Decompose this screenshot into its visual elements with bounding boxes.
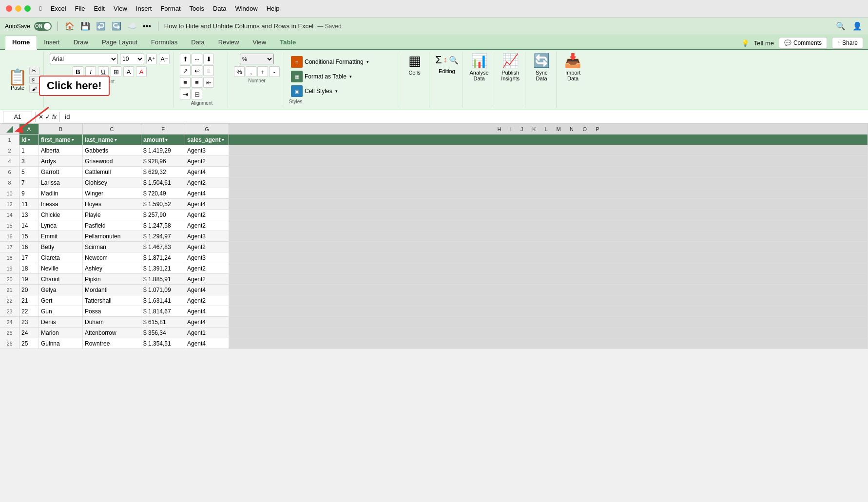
cell-f-24[interactable]: $ 615,81 — [141, 317, 185, 327]
cell-b-22[interactable]: Gert — [39, 295, 83, 306]
number-format-select[interactable]: % — [240, 54, 274, 64]
cell-g-15[interactable]: Agent2 — [185, 220, 229, 231]
cell-b-17[interactable]: Betty — [39, 242, 83, 252]
cell-g-10[interactable]: Agent4 — [185, 188, 229, 198]
cell-b-18[interactable]: Clareta — [39, 252, 83, 263]
cell-f-19[interactable]: $ 1.391,21 — [141, 263, 185, 273]
cell-b-2[interactable]: Alberta — [39, 145, 83, 155]
cell-a1[interactable]: id ▾ — [19, 135, 39, 145]
cloud-icon[interactable]: ☁️ — [126, 20, 138, 32]
row-num-20[interactable]: 20 — [0, 274, 19, 284]
tab-view[interactable]: View — [246, 36, 273, 49]
decimal-dec-button[interactable]: - — [269, 66, 280, 77]
cell-b-21[interactable]: Gelya — [39, 285, 83, 295]
cell-f-12[interactable]: $ 1.590,52 — [141, 199, 185, 209]
wrap-button[interactable]: ↩ — [192, 65, 202, 76]
table-row[interactable]: 23 22 Gun Possa $ 1.814,67 Agent4 — [0, 306, 868, 317]
cell-g-16[interactable]: Agent3 — [185, 231, 229, 241]
cell-f-22[interactable]: $ 1.631,41 — [141, 295, 185, 306]
cell-c-21[interactable]: Mordanti — [83, 285, 141, 295]
cell-c-10[interactable]: Winger — [83, 188, 141, 198]
row-num-10[interactable]: 10 — [0, 188, 19, 198]
row-num-18[interactable]: 18 — [0, 252, 19, 263]
row-num-8[interactable]: 8 — [0, 177, 19, 188]
cell-g-25[interactable]: Agent1 — [185, 328, 229, 338]
cell-a-6[interactable]: 5 — [19, 167, 39, 177]
cell-b-26[interactable]: Guinna — [39, 338, 83, 348]
cell-f-10[interactable]: $ 720,49 — [141, 188, 185, 198]
cell-g-21[interactable]: Agent4 — [185, 285, 229, 295]
merge-button[interactable]: ⊟ — [192, 89, 202, 99]
excel-menu[interactable]: Excel — [51, 5, 66, 12]
cell-c-16[interactable]: Pellamonuten — [83, 231, 141, 241]
row-num-6[interactable]: 6 — [0, 167, 19, 177]
align-right-button[interactable]: ≡ — [192, 77, 202, 88]
maximize-button[interactable] — [24, 5, 31, 12]
cell-styles-button[interactable]: ▣ Cell Styles ▾ — [289, 84, 340, 98]
tab-formulas[interactable]: Formulas — [144, 36, 184, 49]
tab-review[interactable]: Review — [212, 36, 246, 49]
cell-c-17[interactable]: Scirman — [83, 242, 141, 252]
cell-a-16[interactable]: 15 — [19, 231, 39, 241]
comma-button[interactable]: , — [246, 66, 256, 77]
col-header-f[interactable]: F — [141, 124, 185, 134]
col-header-g[interactable]: G — [185, 124, 229, 134]
table-row[interactable]: 17 16 Betty Scirman $ 1.467,83 Agent2 — [0, 242, 868, 252]
col-header-c[interactable]: C — [83, 124, 141, 134]
help-menu[interactable]: Help — [267, 5, 280, 12]
cell-a-24[interactable]: 23 — [19, 317, 39, 327]
publish-insights-group[interactable]: 📈 PublishInsights — [496, 52, 525, 108]
table-row[interactable]: 21 20 Gelya Mordanti $ 1.071,09 Agent4 — [0, 285, 868, 295]
table-row[interactable]: 4 3 Ardys Grisewood $ 928,96 Agent2 — [0, 156, 868, 167]
cell-c-25[interactable]: Attenborrow — [83, 328, 141, 338]
cell-f-15[interactable]: $ 1.247,58 — [141, 220, 185, 231]
window-menu[interactable]: Window — [235, 5, 257, 12]
decrease-font-button[interactable]: A⁻ — [159, 54, 170, 64]
tools-menu[interactable]: Tools — [190, 5, 204, 12]
table-row[interactable]: 24 23 Denis Duham $ 615,81 Agent4 — [0, 317, 868, 328]
cell-c-14[interactable]: Playle — [83, 210, 141, 220]
cells-group[interactable]: ▦ Cells — [400, 52, 429, 108]
table-row[interactable]: 14 13 Chickie Playle $ 257,90 Agent2 — [0, 210, 868, 220]
table-row[interactable]: 16 15 Emmit Pellamonuten $ 1.294,97 Agen… — [0, 231, 868, 242]
cell-b-23[interactable]: Gun — [39, 306, 83, 316]
table-row[interactable]: 10 9 Madlin Winger $ 720,49 Agent4 — [0, 188, 868, 199]
cell-g-2[interactable]: Agent3 — [185, 145, 229, 155]
cell-a-19[interactable]: 18 — [19, 263, 39, 273]
minimize-button[interactable] — [15, 5, 21, 12]
cell-g-24[interactable]: Agent4 — [185, 317, 229, 327]
redo-icon[interactable]: ↪️ — [111, 20, 122, 32]
sync-data-group[interactable]: 🔄 SyncData — [527, 52, 557, 108]
cell-c-6[interactable]: Cattlemull — [83, 167, 141, 177]
cell-c-4[interactable]: Grisewood — [83, 156, 141, 166]
row-num-23[interactable]: 23 — [0, 306, 19, 316]
cell-c-12[interactable]: Hoyes — [83, 199, 141, 209]
row-num-25[interactable]: 25 — [0, 328, 19, 338]
cell-c-23[interactable]: Possa — [83, 306, 141, 316]
tab-pagelayout[interactable]: Page Layout — [95, 36, 144, 49]
table-row[interactable]: 15 14 Lynea Pasfield $ 1.247,58 Agent2 — [0, 220, 868, 231]
cell-f-25[interactable]: $ 356,34 — [141, 328, 185, 338]
cell-g-22[interactable]: Agent2 — [185, 295, 229, 306]
cell-c-24[interactable]: Duham — [83, 317, 141, 327]
cell-g-8[interactable]: Agent2 — [185, 177, 229, 188]
copy-button[interactable]: ⎘ — [29, 76, 39, 84]
cell-f-23[interactable]: $ 1.814,67 — [141, 306, 185, 316]
cell-g-23[interactable]: Agent4 — [185, 306, 229, 316]
cell-b-14[interactable]: Chickie — [39, 210, 83, 220]
cell-a-15[interactable]: 14 — [19, 220, 39, 231]
format-as-table-button[interactable]: ▦ Format as Table ▾ — [289, 70, 354, 83]
cell-b-20[interactable]: Chariot — [39, 274, 83, 284]
cell-c-18[interactable]: Newcom — [83, 252, 141, 263]
cell-b-12[interactable]: Inessa — [39, 199, 83, 209]
apple-menu[interactable]:  — [39, 5, 42, 12]
cell-b1[interactable]: first_name ▾ — [39, 135, 83, 145]
fill-color-button[interactable]: A — [123, 66, 134, 77]
row-num-2[interactable]: 2 — [0, 145, 19, 155]
cell-b-19[interactable]: Neville — [39, 263, 83, 273]
cell-g-14[interactable]: Agent2 — [185, 210, 229, 220]
cell-g-20[interactable]: Agent2 — [185, 274, 229, 284]
cell-b-24[interactable]: Denis — [39, 317, 83, 327]
align-bottom-button[interactable]: ⬇ — [203, 54, 214, 64]
cell-g-26[interactable]: Agent4 — [185, 338, 229, 348]
